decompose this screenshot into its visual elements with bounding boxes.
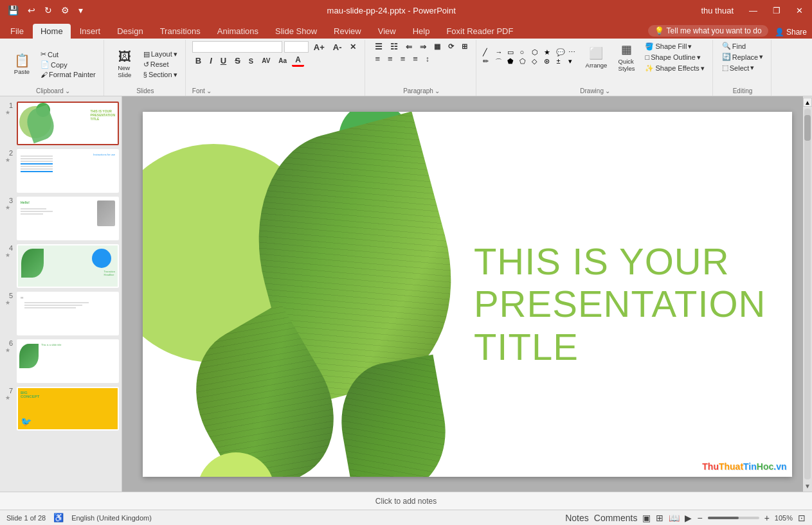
slide-thumb-1[interactable]: THIS IS YOURPRESENTATIONTITLE: [17, 102, 119, 145]
new-slide-button[interactable]: 🖼 NewSlide: [111, 48, 139, 81]
text-direction-button[interactable]: ⟳: [445, 41, 457, 52]
redo-icon[interactable]: ↻: [42, 4, 55, 17]
shape-flowchart-icon[interactable]: ◇: [532, 57, 543, 67]
shape-callout-icon[interactable]: 💬: [556, 48, 568, 57]
slide-thumb-3[interactable]: Hello!: [17, 197, 119, 240]
tab-design[interactable]: Design: [109, 24, 150, 39]
columns-button[interactable]: ▦: [431, 41, 444, 52]
decrease-indent-button[interactable]: ⇐: [402, 41, 415, 52]
justify-button[interactable]: ≡: [410, 53, 421, 64]
replace-button[interactable]: 🔄 Replace ▾: [719, 52, 766, 62]
slide-thumb-7[interactable]: BIGCONCEPT 🐦: [17, 387, 119, 431]
shape-pentagon-icon[interactable]: ⬠: [519, 57, 531, 67]
shape-fill-dropdown[interactable]: ▾: [688, 42, 692, 51]
tab-foxit[interactable]: Foxit Reader PDF: [438, 24, 521, 39]
slide-item-7[interactable]: 7 ★ BIGCONCEPT 🐦: [3, 387, 119, 431]
scroll-track[interactable]: [804, 109, 811, 479]
slide-thumb-2[interactable]: Instructions for use: [17, 149, 119, 193]
shape-rect-icon[interactable]: ▭: [507, 48, 519, 57]
text-shadow-button[interactable]: S: [246, 57, 257, 66]
zoom-in-button[interactable]: +: [764, 513, 770, 523]
tab-home[interactable]: Home: [33, 24, 71, 39]
reading-view-button[interactable]: 📖: [669, 513, 680, 523]
tab-insert[interactable]: Insert: [72, 24, 109, 39]
normal-view-button[interactable]: ▣: [642, 513, 651, 523]
shape-arrow-icon[interactable]: →: [495, 48, 507, 57]
clear-format-button[interactable]: ✕: [347, 42, 359, 52]
settings-icon[interactable]: ⚙: [59, 4, 72, 17]
tab-review[interactable]: Review: [326, 24, 369, 39]
quick-styles-button[interactable]: ▦ QuickStyles: [612, 41, 640, 73]
undo-icon[interactable]: ↩: [25, 4, 38, 17]
user-account[interactable]: thu thuat: [697, 4, 737, 17]
shape-outline-button[interactable]: □ Shape Outline ▾: [642, 53, 707, 62]
tell-me-input[interactable]: 💡 Tell me what you want to do: [648, 25, 768, 37]
arrange-button[interactable]: ⬜ Arrange: [582, 45, 610, 70]
slide-title[interactable]: THIS IS YOUR PRESENTATION TITLE: [474, 240, 766, 369]
bullets-button[interactable]: ☰: [372, 41, 386, 52]
section-button[interactable]: § Section ▾: [141, 70, 180, 80]
shape-line-icon[interactable]: ╱: [483, 48, 494, 57]
reset-button[interactable]: ↺ Reset: [141, 60, 180, 69]
slide-item-1[interactable]: 1 ★ THIS IS YOURPRESENTATIONTITLE: [3, 102, 119, 145]
shape-freeform-icon[interactable]: ✏: [483, 57, 494, 67]
font-name-input[interactable]: [192, 41, 282, 53]
shape-fill-button[interactable]: 🪣 Shape Fill ▾: [642, 42, 707, 51]
underline-button[interactable]: U: [217, 55, 230, 66]
increase-font-button[interactable]: A+: [311, 42, 328, 53]
font-expand-icon[interactable]: ⌄: [206, 87, 212, 94]
tab-transitions[interactable]: Transitions: [152, 24, 208, 39]
vertical-scrollbar[interactable]: ▲ ▼: [803, 96, 812, 492]
tab-slideshow[interactable]: Slide Show: [267, 24, 325, 39]
slide-thumb-5[interactable]: ": [17, 292, 119, 335]
replace-dropdown[interactable]: ▾: [759, 53, 763, 61]
slide-item-6[interactable]: 6 ★ This is a slide title: [3, 339, 119, 383]
shape-circle-icon[interactable]: ○: [519, 48, 531, 57]
restore-button[interactable]: ❐: [769, 4, 784, 17]
shape-effects-button[interactable]: ✨ Shape Effects ▾: [642, 64, 707, 73]
increase-indent-button[interactable]: ⇒: [417, 41, 429, 52]
slide-thumb-4[interactable]: TransitionHeadline: [17, 244, 119, 288]
shape-connector-icon[interactable]: ⌒: [495, 57, 507, 67]
slide-item-5[interactable]: 5 ★ ": [3, 292, 119, 335]
canvas-area[interactable]: THIS IS YOUR PRESENTATION TITLE ThuThuat…: [122, 96, 812, 492]
tab-animations[interactable]: Animations: [210, 24, 266, 39]
paragraph-expand-icon[interactable]: ⌄: [435, 87, 440, 94]
align-center-button[interactable]: ≡: [384, 53, 396, 64]
zoom-slider[interactable]: [708, 517, 759, 519]
share-button[interactable]: 👤 Share: [775, 28, 807, 37]
shape-effects-dropdown[interactable]: ▾: [701, 64, 705, 73]
zoom-level[interactable]: 105%: [775, 514, 793, 522]
slide-sorter-button[interactable]: ⊞: [656, 513, 663, 523]
slide-item-4[interactable]: 4 ★ TransitionHeadline: [3, 244, 119, 288]
accessibility-icon[interactable]: ♿: [53, 513, 64, 522]
shape-more-icon[interactable]: ⬡: [532, 48, 543, 57]
comments-toggle-button[interactable]: Comments: [594, 513, 638, 523]
customize-dropdown[interactable]: ▾: [76, 4, 86, 17]
notes-click-area[interactable]: Click to add notes: [375, 497, 437, 506]
scroll-thumb[interactable]: [804, 115, 811, 141]
tab-help[interactable]: Help: [405, 24, 438, 39]
numbering-button[interactable]: ☷: [387, 41, 401, 52]
shape-star-icon[interactable]: ★: [544, 48, 555, 57]
align-right-button[interactable]: ≡: [397, 53, 409, 64]
decrease-font-button[interactable]: A-: [330, 42, 345, 53]
italic-button[interactable]: I: [206, 55, 215, 66]
tab-view[interactable]: View: [370, 24, 404, 39]
notes-toggle-button[interactable]: Notes: [565, 513, 589, 523]
language[interactable]: English (United Kingdom): [71, 514, 152, 522]
format-painter-button[interactable]: 🖌 Format Painter: [38, 70, 98, 79]
strikethrough-button[interactable]: S: [231, 55, 244, 66]
tab-file[interactable]: File: [3, 24, 32, 39]
drawing-expand-icon[interactable]: ⌄: [605, 87, 610, 94]
slide-thumb-6[interactable]: This is a slide title: [17, 339, 119, 383]
shapes-expand-icon[interactable]: ▾: [568, 57, 580, 67]
convert-smartart-button[interactable]: ⊞: [458, 41, 471, 52]
find-button[interactable]: 🔍 Find: [719, 41, 748, 51]
minimize-button[interactable]: —: [745, 4, 761, 17]
shape-block-icon[interactable]: ⬟: [507, 57, 519, 67]
slide-item-3[interactable]: 3 ★ Hello!: [3, 197, 119, 240]
change-case-button[interactable]: Aa: [275, 57, 290, 65]
zoom-out-button[interactable]: −: [697, 513, 702, 523]
paste-button[interactable]: 📋 Paste: [8, 51, 36, 78]
